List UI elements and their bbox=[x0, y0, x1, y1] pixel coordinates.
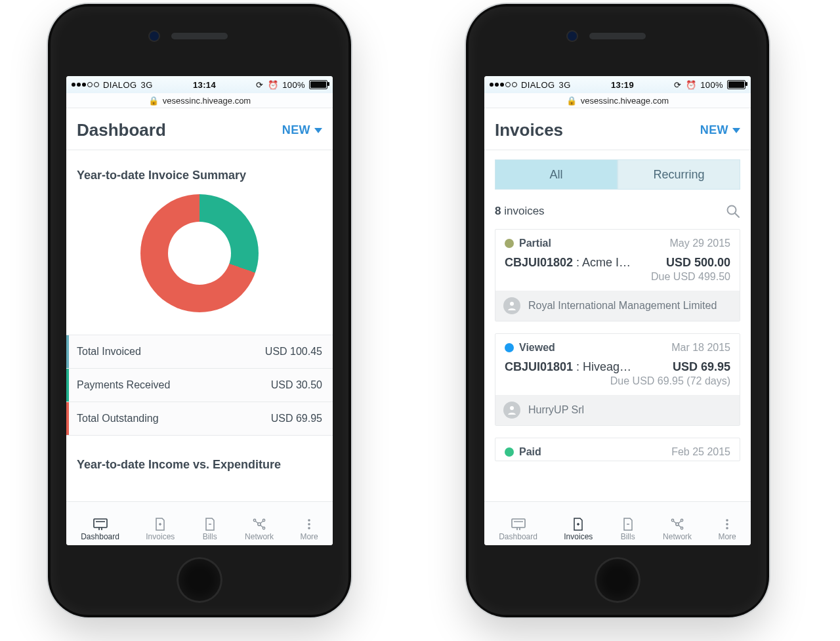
invoice-id: CBJUI01801 bbox=[505, 360, 573, 373]
invoice-card[interactable]: Viewed Mar 18 2015 CBJUI01801 : Hiveag… … bbox=[495, 333, 740, 426]
invoice-count: 8 invoices bbox=[495, 205, 545, 218]
search-button[interactable] bbox=[726, 204, 740, 218]
svg-line-33 bbox=[679, 521, 681, 523]
income-title: Year-to-date Income vs. Expenditure bbox=[77, 458, 322, 472]
svg-line-13 bbox=[261, 525, 263, 527]
speaker-grille bbox=[589, 33, 646, 39]
summary-row: Total Outstanding USD 69.95 bbox=[66, 402, 333, 436]
battery-icon bbox=[727, 80, 746, 89]
clock-label: 13:14 bbox=[193, 80, 216, 90]
invoice-card[interactable]: Partial May 29 2015 CBJUI01802 : Acme I…… bbox=[495, 229, 740, 321]
svg-point-19 bbox=[510, 302, 514, 306]
summary-value: USD 100.45 bbox=[265, 346, 322, 358]
svg-point-8 bbox=[253, 519, 255, 521]
orientation-lock-icon: ⟳ bbox=[674, 80, 681, 90]
svg-line-11 bbox=[255, 521, 258, 523]
invoice-due: Due USD 499.50 bbox=[495, 271, 740, 291]
invoice-amount: USD 500.00 bbox=[666, 256, 730, 270]
summary-label: Total Invoiced bbox=[77, 346, 141, 358]
alarm-icon: ⏰ bbox=[268, 80, 278, 90]
tab-network[interactable]: Network bbox=[245, 518, 274, 541]
page-title: Dashboard bbox=[77, 120, 166, 140]
tab-dashboard[interactable]: Dashboard bbox=[499, 518, 537, 541]
signal-dots-icon bbox=[490, 82, 517, 87]
segment-recurring[interactable]: Recurring bbox=[618, 159, 740, 190]
tab-bills[interactable]: Bills bbox=[620, 518, 637, 541]
bill-icon bbox=[201, 518, 219, 531]
tab-label: Invoices bbox=[146, 532, 175, 541]
svg-rect-0 bbox=[94, 519, 107, 527]
invoice-count-num: 8 bbox=[495, 205, 501, 217]
svg-point-16 bbox=[308, 527, 310, 529]
carrier-label: DIALOG bbox=[103, 80, 137, 90]
lock-icon: 🔒 bbox=[148, 96, 159, 106]
tab-bar: Dashboard Invoices Bills Network More bbox=[484, 501, 751, 545]
status-label: Paid bbox=[519, 446, 541, 458]
new-button-label: NEW bbox=[700, 123, 728, 137]
battery-pct: 100% bbox=[282, 80, 305, 90]
ios-status-bar: DIALOG 3G 13:19 ⟳ ⏰ 100% bbox=[484, 76, 751, 93]
accent-bar bbox=[66, 402, 69, 435]
tab-label: More bbox=[300, 532, 318, 541]
network-icon bbox=[669, 518, 686, 531]
invoice-card[interactable]: Paid Feb 25 2015 bbox=[495, 438, 740, 461]
invoice-id-client: CBJUI01802 : Acme I… bbox=[505, 256, 631, 270]
bill-icon bbox=[620, 518, 637, 531]
tab-label: Dashboard bbox=[81, 532, 119, 541]
segment-all[interactable]: All bbox=[495, 159, 618, 190]
camera-dot bbox=[568, 31, 577, 41]
camera-dot bbox=[150, 31, 159, 41]
network-icon bbox=[251, 518, 268, 531]
tab-label: Bills bbox=[621, 532, 635, 541]
invoice-client: : Acme I… bbox=[573, 256, 631, 269]
summary-title: Year-to-date Invoice Summary bbox=[77, 169, 322, 182]
svg-point-28 bbox=[676, 523, 679, 526]
tab-more[interactable]: More bbox=[300, 518, 318, 541]
new-button[interactable]: NEW bbox=[282, 123, 322, 137]
svg-point-10 bbox=[262, 527, 264, 529]
home-button[interactable] bbox=[595, 557, 640, 603]
tab-bills[interactable]: Bills bbox=[201, 518, 219, 541]
svg-point-35 bbox=[726, 519, 728, 522]
svg-line-12 bbox=[261, 521, 263, 523]
svg-line-32 bbox=[673, 521, 676, 523]
dashboard-icon bbox=[92, 518, 109, 531]
invoice-count-label: invoices bbox=[504, 205, 544, 217]
home-button[interactable] bbox=[177, 557, 222, 603]
tab-dashboard[interactable]: Dashboard bbox=[81, 518, 119, 541]
tab-invoices[interactable]: Invoices bbox=[146, 518, 175, 541]
tab-more[interactable]: More bbox=[718, 518, 736, 541]
accent-bar bbox=[66, 369, 69, 402]
svg-point-29 bbox=[671, 519, 673, 521]
svg-point-36 bbox=[726, 523, 728, 526]
summary-list: Total Invoiced USD 100.45 Payments Recei… bbox=[66, 335, 333, 436]
browser-url-bar[interactable]: 🔒 vesessinc.hiveage.com bbox=[66, 93, 333, 108]
app-header: Invoices NEW bbox=[484, 108, 751, 150]
new-button[interactable]: NEW bbox=[700, 123, 740, 137]
invoice-due: Due USD 69.95 (72 days) bbox=[495, 375, 740, 395]
chevron-down-icon bbox=[314, 128, 322, 133]
invoice-amount: USD 69.95 bbox=[673, 360, 730, 374]
network-label: 3G bbox=[559, 80, 571, 90]
status-dot-icon bbox=[505, 447, 514, 457]
dashboard-icon bbox=[510, 518, 527, 531]
avatar-icon bbox=[503, 297, 520, 314]
tab-network[interactable]: Network bbox=[663, 518, 692, 541]
accent-bar bbox=[66, 335, 69, 368]
org-name: HurryUP Srl bbox=[528, 404, 584, 416]
svg-point-20 bbox=[510, 406, 514, 410]
status-dot-icon bbox=[505, 239, 514, 248]
summary-label: Total Outstanding bbox=[77, 413, 159, 424]
svg-line-34 bbox=[679, 525, 681, 527]
tab-invoices[interactable]: Invoices bbox=[564, 518, 593, 541]
summary-label: Payments Received bbox=[77, 379, 170, 391]
browser-url-bar[interactable]: 🔒 vesessinc.hiveage.com bbox=[484, 93, 751, 108]
org-name: Royal International Management Limited bbox=[528, 300, 717, 312]
svg-point-7 bbox=[258, 523, 261, 526]
svg-point-37 bbox=[726, 527, 728, 529]
svg-point-9 bbox=[262, 519, 264, 521]
clock-label: 13:19 bbox=[611, 80, 634, 90]
page-title: Invoices bbox=[495, 120, 563, 140]
avatar-icon bbox=[503, 402, 520, 419]
screen-invoices: DIALOG 3G 13:19 ⟳ ⏰ 100% 🔒 vesessinc.hiv… bbox=[484, 76, 751, 545]
